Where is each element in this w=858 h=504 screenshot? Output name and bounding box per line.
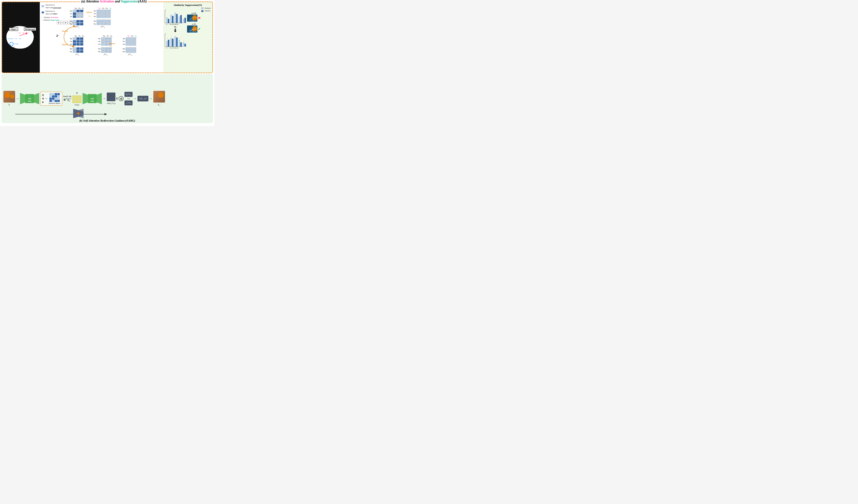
svg-marker-1 bbox=[10, 43, 13, 45]
ss-content: ↑ bbox=[165, 10, 211, 49]
red-up-bg3: ↑ bbox=[179, 37, 180, 39]
col-ob1: ob₁ bbox=[78, 7, 81, 10]
left-trap-right-svg bbox=[34, 92, 39, 105]
ab20: - bbox=[126, 43, 129, 46]
ss42 bbox=[80, 50, 83, 53]
red-up-ob: ↑ bbox=[167, 37, 168, 39]
sbg-row-bgn: bgn bbox=[98, 50, 101, 53]
input-col: zt bbox=[3, 91, 15, 106]
sim-bar-ob-after bbox=[166, 41, 168, 47]
k-label: K bbox=[42, 101, 44, 104]
sim-bar-bg2 bbox=[174, 13, 176, 23]
c22: -∞ bbox=[80, 15, 83, 18]
sm03 bbox=[57, 93, 60, 95]
sb40 bbox=[101, 50, 105, 53]
x-bg3: bg₃ bbox=[174, 23, 176, 25]
s-self-dots: ··· bbox=[73, 46, 83, 47]
sb01: -∞ bbox=[105, 37, 108, 40]
s-self-block: bg₁ ob₁ obn bg₁ ob₁ ob₂ bgm bgn bbox=[70, 35, 85, 56]
x-labels-before: ob → bg₁ bg₂ bg₃ bg₄ bbox=[165, 23, 186, 25]
legend-light-sq bbox=[42, 5, 44, 7]
col-ob1-2: ob₁ bbox=[101, 7, 105, 10]
abg-row-bgn: bgn bbox=[123, 50, 125, 53]
object-box: Object bbox=[9, 28, 18, 31]
lambda-symbol: λ· bbox=[57, 34, 59, 38]
attn-bar-bg2 bbox=[176, 14, 178, 23]
otimes2: ⊗ bbox=[63, 98, 66, 101]
sm01 bbox=[52, 93, 54, 95]
ao42: + bbox=[104, 22, 107, 25]
out21 bbox=[76, 101, 78, 103]
sb00 bbox=[101, 37, 105, 40]
ss10 bbox=[73, 40, 76, 43]
attn-bar-bg4-after bbox=[185, 44, 186, 47]
ss-arrow-block: SS ⇓ bbox=[173, 26, 177, 33]
bar-bg1-after: ↑ bbox=[170, 38, 174, 47]
ab22: - bbox=[133, 43, 136, 46]
svg-point-3 bbox=[12, 42, 13, 43]
col-bg1: bg₁ bbox=[74, 7, 78, 10]
ss01 bbox=[76, 37, 80, 40]
sbg-row-bgm: bgm bbox=[98, 48, 101, 50]
c20 bbox=[73, 15, 76, 18]
before-label: w/o SS bbox=[191, 12, 196, 14]
row-ob2-1: ob₂ bbox=[70, 15, 73, 18]
input-label: zt bbox=[9, 103, 10, 106]
d11 bbox=[76, 23, 80, 26]
attn-bar-bg2-after bbox=[176, 37, 178, 47]
v-label: V bbox=[76, 92, 78, 95]
sm12 bbox=[55, 95, 57, 97]
svg-point-2 bbox=[10, 42, 11, 43]
out10 bbox=[72, 98, 75, 100]
ao02: + bbox=[104, 10, 107, 12]
sbg-row-bg1: bg₁ bbox=[98, 37, 101, 40]
eps-box: εθ(t)(zt) bbox=[125, 100, 132, 105]
s-self-label: Sselfl,t bbox=[70, 53, 85, 56]
mask-cell-0: 0 bbox=[57, 21, 60, 24]
legend-light-text: : Interaction of object and background bbox=[45, 4, 61, 9]
before-glove-img: ob bg₃ ↓ bbox=[187, 15, 197, 22]
legend-plus: + : Attention Activation bbox=[42, 16, 61, 19]
sm00 bbox=[49, 93, 52, 95]
sb21: -∞ bbox=[105, 43, 108, 46]
sarg-title: (b) Self-Attention Redirection Guidance(… bbox=[79, 119, 135, 122]
left-trap-svg bbox=[20, 92, 25, 105]
ao01: - bbox=[100, 10, 104, 12]
sb20 bbox=[101, 43, 105, 46]
output-matrix bbox=[72, 95, 82, 103]
a-bg-grid-row: bg₁ ob₁ ob₂ bgm bgn - - - bbox=[123, 37, 138, 53]
svg-marker-12 bbox=[83, 93, 88, 104]
s-obj-grid: -∞ -∞ -∞ -∞ ··· bbox=[73, 10, 83, 26]
x-bg2-a: bg₂ bbox=[172, 47, 174, 49]
x-bg4: bg₄ bbox=[176, 23, 178, 25]
input-glove1 bbox=[5, 92, 10, 98]
bar-ob-before bbox=[166, 17, 169, 23]
ss-panel: Similarity Suppression(SS) : Similarity … bbox=[163, 2, 212, 72]
hourglass-shape bbox=[73, 109, 83, 119]
x-bg2: bg₂ bbox=[172, 23, 174, 25]
abg-row-bg1: bg₁ bbox=[123, 37, 125, 40]
abg-col-bg1: bg₁ bbox=[127, 35, 130, 37]
a-obj-row-labels: bg₁ ob₁ ob₂ bgm bgn bbox=[94, 10, 96, 25]
sim-bar-bg2-after bbox=[174, 36, 176, 47]
mask-cell-2: 0 bbox=[64, 21, 67, 24]
a-obj-star-block: bg₁ ob₁ ob₁ obn bg₁ ob₁ ob₂ bgm bgn bbox=[94, 7, 112, 28]
qk-row: Q ⊗ K → bbox=[42, 93, 61, 104]
svg-point-6 bbox=[10, 45, 11, 46]
s-self-grid-row: bg₁ ob₁ ob₂ bgm bgn bbox=[70, 37, 85, 53]
ss32 bbox=[80, 47, 83, 50]
d00 bbox=[73, 20, 76, 22]
thumb-col: w/o SS ob bg₃ ↓ bbox=[187, 12, 201, 49]
attn-bar-bg3 bbox=[180, 15, 182, 23]
eq15-16-area: Eq.(15, 16) ⊗ Eq.(17) Ml,t bbox=[63, 95, 71, 102]
after-label: w/ SS bbox=[192, 23, 196, 25]
attn-label: : Attention bbox=[204, 10, 210, 12]
x-arrow: → bbox=[168, 23, 169, 25]
wrench-right: 🔧 bbox=[91, 95, 93, 97]
sb10 bbox=[101, 40, 105, 43]
output-col: zt-1 bbox=[153, 91, 165, 106]
ss-title: Similarity Suppression(SS) bbox=[165, 4, 211, 6]
ab31 bbox=[129, 47, 132, 50]
sm20 bbox=[49, 98, 52, 100]
bar-bg4-before bbox=[183, 18, 186, 23]
